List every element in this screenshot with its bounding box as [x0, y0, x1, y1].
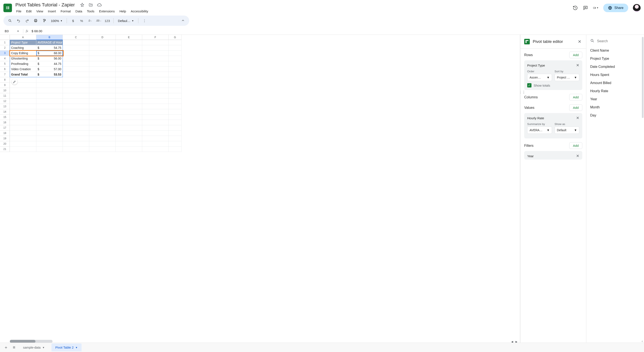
cell[interactable]	[63, 131, 89, 136]
field-hours-spent[interactable]: Hours Spent	[586, 71, 644, 79]
row-header-5[interactable]: 5	[0, 61, 10, 66]
cell[interactable]	[63, 82, 89, 88]
remove-rows-card-icon[interactable]: ✕	[576, 63, 579, 68]
cell[interactable]	[169, 99, 182, 104]
row-header-12[interactable]: 12	[0, 99, 10, 104]
more-formats-icon[interactable]: 123	[104, 17, 111, 24]
cell[interactable]	[63, 115, 89, 120]
cell[interactable]	[89, 131, 116, 136]
cell[interactable]	[36, 93, 63, 99]
cell[interactable]	[63, 40, 89, 45]
cell[interactable]	[63, 50, 89, 56]
cell[interactable]	[116, 109, 142, 115]
cell-a5[interactable]: Proofreading	[10, 61, 36, 66]
cell[interactable]	[63, 93, 89, 99]
cell[interactable]	[142, 66, 169, 72]
cell[interactable]	[116, 50, 142, 56]
cell[interactable]	[142, 141, 169, 147]
col-header-e[interactable]: E	[116, 35, 142, 40]
row-header-13[interactable]: 13	[0, 104, 10, 109]
meet-icon[interactable]: ▼	[593, 5, 598, 11]
cell[interactable]	[36, 109, 63, 115]
field-search-input[interactable]	[597, 39, 640, 43]
select-all-corner[interactable]	[0, 35, 10, 40]
cell[interactable]	[89, 56, 116, 61]
print-icon[interactable]	[32, 17, 39, 24]
font-select[interactable]: Defaul…▼	[116, 19, 136, 23]
col-header-b[interactable]: B	[36, 35, 63, 40]
summarize-select[interactable]: AVERA…▼	[527, 126, 552, 134]
cell[interactable]	[10, 147, 36, 152]
cell[interactable]	[169, 120, 182, 125]
menu-data[interactable]: Data	[73, 8, 84, 14]
cell[interactable]	[142, 72, 169, 77]
cell[interactable]	[169, 147, 182, 152]
menu-format[interactable]: Format	[58, 8, 73, 14]
cell[interactable]	[89, 77, 116, 82]
cell[interactable]	[10, 99, 36, 104]
cell[interactable]	[116, 56, 142, 61]
row-header-15[interactable]: 15	[0, 115, 10, 120]
cell-b2[interactable]: $54.75	[36, 45, 63, 50]
add-filters-button[interactable]: Add	[569, 142, 582, 149]
row-header-17[interactable]: 17	[0, 125, 10, 131]
cell[interactable]	[10, 125, 36, 131]
cell[interactable]	[169, 82, 182, 88]
cell[interactable]	[89, 50, 116, 56]
cell[interactable]	[36, 82, 63, 88]
cell[interactable]	[89, 141, 116, 147]
cell[interactable]	[116, 131, 142, 136]
cell[interactable]	[142, 125, 169, 131]
row-header-19[interactable]: 19	[0, 136, 10, 141]
cell[interactable]	[89, 61, 116, 66]
cell[interactable]	[116, 120, 142, 125]
row-header-16[interactable]: 16	[0, 120, 10, 125]
cell[interactable]	[10, 104, 36, 109]
panel-resize-handle[interactable]: ⋮⋮	[520, 90, 526, 94]
cell[interactable]	[10, 115, 36, 120]
cell[interactable]	[116, 77, 142, 82]
cell[interactable]	[169, 125, 182, 131]
add-rows-button[interactable]: Add	[569, 52, 582, 58]
cell[interactable]	[169, 131, 182, 136]
cell[interactable]	[142, 104, 169, 109]
cell[interactable]	[116, 104, 142, 109]
cell[interactable]	[116, 125, 142, 131]
cell[interactable]	[116, 66, 142, 72]
cell[interactable]	[63, 61, 89, 66]
cell[interactable]	[89, 88, 116, 93]
cell[interactable]	[89, 40, 116, 45]
cell[interactable]	[89, 104, 116, 109]
cell[interactable]	[142, 45, 169, 50]
cell[interactable]	[36, 77, 63, 82]
doc-title[interactable]: Pivot Tables Tutorial - Zapier	[14, 2, 76, 8]
col-header-d[interactable]: D	[89, 35, 116, 40]
cell[interactable]	[116, 61, 142, 66]
cell[interactable]	[116, 88, 142, 93]
cell[interactable]	[142, 99, 169, 104]
menu-extensions[interactable]: Extensions	[97, 8, 117, 14]
cell[interactable]	[36, 131, 63, 136]
add-columns-button[interactable]: Add	[569, 94, 582, 100]
row-header-9[interactable]: 9	[0, 82, 10, 88]
cell[interactable]	[169, 93, 182, 99]
cell[interactable]	[169, 66, 182, 72]
menu-insert[interactable]: Insert	[46, 8, 58, 14]
cell[interactable]	[142, 115, 169, 120]
cell[interactable]	[169, 45, 182, 50]
cell[interactable]	[169, 104, 182, 109]
sheet-tab-pivot-table-2[interactable]: Pivot Table 2▼	[52, 344, 82, 351]
collapse-toolbar-icon[interactable]	[180, 17, 186, 24]
cell[interactable]	[36, 120, 63, 125]
cell[interactable]	[63, 120, 89, 125]
increase-decimal-icon[interactable]: .00→	[95, 17, 102, 24]
show-totals-checkbox[interactable]: ✓	[527, 83, 532, 87]
cell[interactable]	[116, 82, 142, 88]
formula-bar[interactable]: $ 68.00	[31, 29, 42, 33]
cell[interactable]	[142, 77, 169, 82]
field-month[interactable]: Month	[586, 103, 644, 111]
cell[interactable]	[116, 147, 142, 152]
cell[interactable]	[169, 61, 182, 66]
undo-icon[interactable]	[15, 17, 22, 24]
cell[interactable]	[10, 136, 36, 141]
